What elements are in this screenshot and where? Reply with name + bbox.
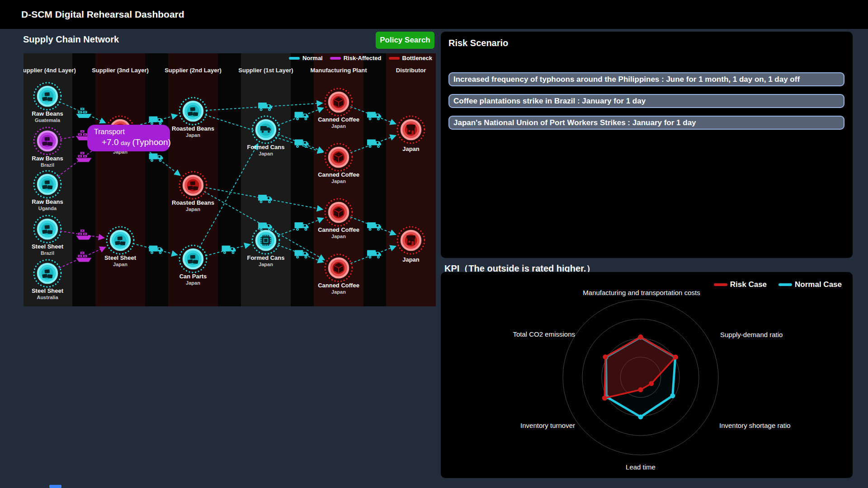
node-label: Roasted Beans	[172, 199, 214, 206]
legend-item: Normal	[289, 55, 323, 61]
radar-point-normal	[638, 414, 643, 419]
node-sublabel: Brazil	[41, 162, 54, 168]
ship-icon	[76, 252, 92, 262]
supply-chain-network-panel: Supplier (4nd Layer)Supplier (3nd Layer)…	[24, 53, 436, 306]
radar-point-risk	[638, 387, 643, 392]
legend-item: Normal Case	[778, 280, 842, 289]
legend-label: Normal	[302, 55, 323, 61]
node-label: Formed Cans	[247, 254, 284, 261]
node-label: Roasted Beans	[172, 125, 214, 132]
radar-axis-label: Total CO2 emissions	[513, 330, 575, 338]
node-label: Canned Coffee	[318, 171, 359, 178]
node-label: Steel Sheet	[32, 243, 64, 250]
node-label: Canned Coffee	[318, 226, 359, 233]
truck-icon	[222, 246, 236, 254]
risk-scenario-panel: Risk Scenario Increased frequency of typ…	[441, 32, 853, 258]
kpi-legend: Risk CaseNormal Case	[714, 280, 842, 289]
store-icon	[406, 235, 415, 245]
truck-icon	[295, 222, 309, 231]
ship-icon	[76, 230, 92, 240]
legend-label: Normal Case	[795, 280, 842, 289]
kpi-panel: Risk CaseNormal Case Manufacturing and t…	[441, 272, 853, 478]
network-section-title: Supply Chain Network	[23, 34, 119, 45]
node-label: Steel Sheet	[104, 254, 137, 261]
truck-icon	[367, 222, 381, 231]
tooltip-title: Transport	[94, 128, 170, 136]
node-label: Steel Sheet	[32, 287, 64, 294]
column-band	[241, 53, 291, 306]
radar-axis-label: Manufacturing and transportation costs	[583, 289, 700, 296]
node-label: Japan	[402, 145, 420, 152]
legend-swatch	[389, 57, 400, 60]
risk-scenario-item[interactable]: Coffee plantations strike in Brazil : Ja…	[448, 94, 844, 108]
column-header: Supplier (3nd Layer)	[92, 67, 149, 74]
radar-axis-label: Inventory turnover	[520, 422, 575, 429]
policy-search-button[interactable]: Policy Search	[376, 32, 434, 49]
ship-icon	[76, 152, 92, 162]
truck-icon	[295, 250, 309, 259]
truck-icon	[367, 112, 381, 121]
bottom-edge-button-fragment[interactable]	[49, 485, 61, 488]
risk-scenario-list: Increased frequency of typhoons around t…	[448, 72, 844, 130]
legend-swatch	[289, 57, 300, 60]
node-label: Raw Beans	[32, 155, 63, 162]
column-header: Supplier (2nd Layer)	[165, 67, 222, 74]
truck-icon	[367, 250, 381, 259]
node-sublabel: Japan	[186, 206, 200, 212]
node-label: Can Parts	[179, 273, 207, 280]
risk-scenario-title: Risk Scenario	[448, 38, 508, 48]
network-legend: NormalRisk-AffectedBottleneck	[289, 55, 432, 61]
column-header: Manufacturing Plant	[311, 67, 368, 74]
column-band	[386, 53, 436, 306]
node-label: Canned Coffee	[318, 282, 359, 289]
app-title: D-SCM Digital Rehearsal Dashboard	[21, 9, 184, 20]
node-sublabel: Guatemala	[35, 117, 61, 123]
radar-point-risk	[673, 355, 678, 360]
node-label: Japan	[402, 256, 420, 263]
node-label: Canned Coffee	[318, 116, 359, 123]
column-header: Supplier (1st Layer)	[238, 67, 293, 74]
legend-item: Risk Case	[714, 280, 767, 289]
node-sublabel: Japan	[331, 123, 346, 129]
node-label: Raw Beans	[32, 110, 63, 117]
node-sublabel: Japan	[331, 289, 346, 295]
radar-axis-label: Supply-demand ratio	[720, 331, 783, 338]
node-sublabel: Japan	[259, 262, 273, 267]
chip-icon	[260, 235, 271, 246]
radar-point-risk	[603, 354, 608, 359]
radar-axis-label: Inventory shortage ratio	[719, 422, 791, 429]
node-sublabel: Japan	[331, 178, 346, 184]
app-header: D-SCM Digital Rehearsal Dashboard	[0, 0, 868, 29]
transport-delay-tooltip: Transport +7.0 day (Typhoon)	[87, 125, 170, 151]
truck-icon	[295, 112, 309, 121]
node-sublabel: Japan	[259, 151, 273, 156]
node-sublabel: Brazil	[41, 250, 54, 256]
node-sublabel: Japan	[186, 280, 200, 286]
truck-icon	[149, 117, 163, 125]
store-icon	[406, 125, 415, 134]
truck-icon	[367, 140, 381, 148]
truck-icon	[149, 246, 163, 254]
legend-item: Bottleneck	[389, 55, 432, 61]
radar-point-risk	[602, 396, 607, 401]
ship-icon	[76, 108, 92, 118]
legend-label: Bottleneck	[402, 55, 432, 61]
legend-item: Risk-Affected	[330, 55, 382, 61]
column-header: Supplier (4nd Layer)	[24, 67, 76, 74]
radar-point-normal	[670, 393, 675, 398]
kpi-radar-chart: Manufacturing and transportation costsSu…	[441, 272, 853, 478]
legend-label: Risk Case	[730, 280, 767, 289]
node-label: Raw Beans	[32, 198, 63, 205]
legend-swatch	[714, 283, 727, 286]
supply-chain-graph: Supplier (4nd Layer)Supplier (3nd Layer)…	[24, 53, 436, 306]
column-band	[95, 53, 145, 306]
risk-scenario-item[interactable]: Japan's National Union of Port Workers S…	[448, 116, 844, 130]
node-sublabel: Japan	[331, 234, 346, 239]
legend-swatch	[778, 283, 792, 286]
node-sublabel: Uganda	[38, 206, 57, 211]
risk-scenario-item[interactable]: Increased frequency of typhoons around t…	[448, 72, 844, 86]
legend-swatch	[330, 57, 341, 60]
radar-axis-label: Lead time	[626, 463, 656, 471]
truck-icon	[295, 140, 309, 148]
truck-icon	[149, 154, 163, 162]
